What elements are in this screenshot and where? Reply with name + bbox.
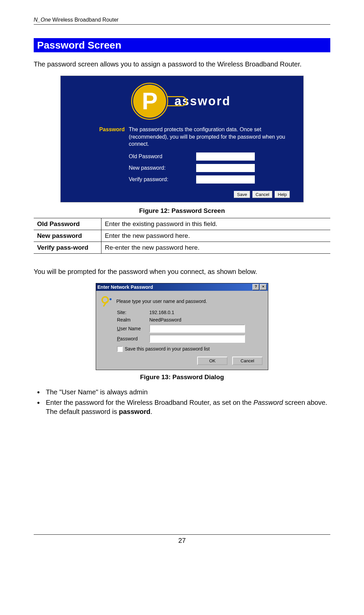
table-row: Old Password Enter the existing password…	[34, 218, 330, 230]
intro-paragraph: The password screen allows you to assign…	[34, 60, 330, 69]
save-button[interactable]: Save	[234, 191, 250, 198]
section-title: Password Screen	[34, 38, 330, 52]
table-field-desc: Enter the new password here.	[101, 230, 331, 242]
dialog-instruction: Please type your user name and password.	[116, 299, 207, 304]
list-item: Enter the password for the Wireless Broa…	[44, 398, 330, 416]
document-page: N_One Wireless Broadband Router Password…	[0, 0, 364, 558]
notes-list: The "User Name" is always admin Enter th…	[34, 388, 330, 416]
site-value: 192.168.0.1	[149, 310, 263, 315]
save-password-checkbox[interactable]	[117, 346, 123, 352]
figure13-caption: Figure 13: Password Dialog	[34, 373, 330, 381]
realm-label: Realm	[117, 317, 149, 323]
prompt-paragraph: You will be prompted for the password wh…	[34, 267, 330, 276]
close-icon[interactable]: ×	[260, 284, 267, 290]
old-password-label: Old Password	[129, 153, 196, 160]
username-label: User Name	[117, 326, 149, 331]
password-side-label: Password	[74, 126, 125, 187]
password-badge-icon: P	[133, 85, 166, 118]
field-description-table: Old Password Enter the existing password…	[34, 218, 330, 254]
password-logo-row: P assword	[61, 76, 303, 122]
new-password-input[interactable]	[196, 164, 255, 172]
table-field-name: Old Password	[34, 218, 101, 230]
network-password-dialog: Enter Network Password ? × Please type y…	[96, 283, 268, 370]
table-row: Verify pass-word Re-enter the new passwo…	[34, 242, 330, 253]
list-item: The "User Name" is always admin	[44, 388, 330, 397]
password-description: The password protects the configuration …	[129, 126, 290, 148]
table-field-desc: Re-enter the new password here.	[101, 242, 331, 253]
old-password-input[interactable]	[196, 152, 255, 161]
dialog-cancel-button[interactable]: Cancel	[232, 357, 263, 365]
password-input[interactable]	[149, 335, 245, 343]
username-input[interactable]	[149, 325, 245, 333]
figure-password-screen: P assword Password The password protects…	[60, 76, 304, 202]
page-number: 27	[34, 534, 330, 544]
figure12-caption: Figure 12: Password Screen	[34, 207, 330, 215]
running-header: N_One Wireless Broadband Router	[34, 17, 330, 25]
password-badge-letter: P	[142, 88, 158, 115]
table-field-name: Verify pass-word	[34, 242, 101, 253]
dialog-title: Enter Network Password	[97, 284, 153, 290]
verify-password-label: Verify password:	[129, 176, 196, 183]
verify-password-input[interactable]	[196, 175, 255, 184]
header-brand: N_One	[34, 17, 51, 23]
table-field-desc: Enter the existing password in this fiel…	[101, 218, 331, 230]
ok-button[interactable]: OK	[197, 357, 228, 365]
site-label: Site:	[117, 310, 149, 315]
header-rest: Wireless Broadband Router	[51, 17, 119, 23]
cancel-button[interactable]: Cancel	[252, 191, 272, 198]
save-password-label: Save this password in your password list	[125, 346, 210, 352]
dialog-titlebar: Enter Network Password ? ×	[96, 283, 268, 291]
realm-value: NeedPassword	[149, 317, 263, 323]
table-field-name: New password	[34, 230, 101, 242]
help-button[interactable]: Help	[275, 191, 290, 198]
table-row: New password Enter the new password here…	[34, 230, 330, 242]
help-icon[interactable]: ?	[252, 284, 259, 290]
new-password-label: New password:	[129, 165, 196, 171]
password-label: Password	[117, 336, 149, 341]
key-icon	[101, 296, 112, 306]
